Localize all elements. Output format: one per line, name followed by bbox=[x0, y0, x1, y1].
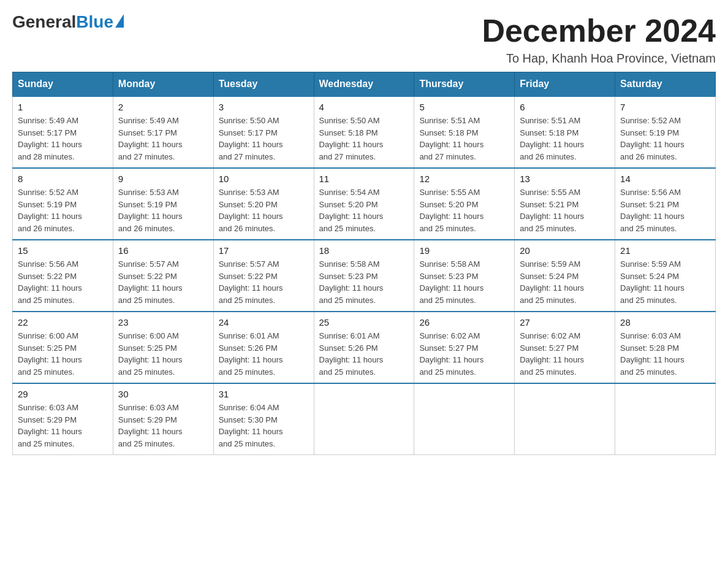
day-info: Sunrise: 6:03 AM Sunset: 5:29 PM Dayligh… bbox=[18, 402, 108, 450]
calendar-day-cell: 20 Sunrise: 5:59 AM Sunset: 5:24 PM Dayl… bbox=[515, 240, 615, 312]
day-info: Sunrise: 5:51 AM Sunset: 5:18 PM Dayligh… bbox=[419, 115, 509, 163]
day-info: Sunrise: 5:56 AM Sunset: 5:22 PM Dayligh… bbox=[18, 258, 108, 306]
day-info: Sunrise: 6:03 AM Sunset: 5:29 PM Dayligh… bbox=[118, 402, 208, 450]
day-info: Sunrise: 5:57 AM Sunset: 5:22 PM Dayligh… bbox=[118, 258, 208, 306]
calendar-header-wednesday: Wednesday bbox=[314, 72, 414, 97]
title-section: December 2024 To Hap, Khanh Hoa Province… bbox=[482, 12, 716, 66]
day-info: Sunrise: 5:51 AM Sunset: 5:18 PM Dayligh… bbox=[520, 115, 610, 163]
logo-triangle-icon bbox=[115, 14, 124, 28]
day-info: Sunrise: 6:00 AM Sunset: 5:25 PM Dayligh… bbox=[18, 330, 108, 378]
day-number: 8 bbox=[18, 174, 108, 184]
page-header: General Blue December 2024 To Hap, Khanh… bbox=[12, 12, 716, 66]
day-number: 5 bbox=[419, 102, 509, 112]
day-info: Sunrise: 6:00 AM Sunset: 5:25 PM Dayligh… bbox=[118, 330, 208, 378]
calendar-week-row: 22 Sunrise: 6:00 AM Sunset: 5:25 PM Dayl… bbox=[13, 312, 716, 383]
day-number: 26 bbox=[419, 317, 509, 327]
day-number: 16 bbox=[118, 245, 208, 256]
calendar-day-cell: 11 Sunrise: 5:54 AM Sunset: 5:20 PM Dayl… bbox=[314, 168, 414, 240]
day-info: Sunrise: 5:54 AM Sunset: 5:20 PM Dayligh… bbox=[319, 186, 409, 234]
day-info: Sunrise: 5:55 AM Sunset: 5:20 PM Dayligh… bbox=[419, 186, 509, 234]
day-info: Sunrise: 5:52 AM Sunset: 5:19 PM Dayligh… bbox=[620, 115, 710, 163]
calendar-day-cell: 8 Sunrise: 5:52 AM Sunset: 5:19 PM Dayli… bbox=[13, 168, 113, 240]
day-number: 25 bbox=[319, 317, 409, 327]
day-info: Sunrise: 6:01 AM Sunset: 5:26 PM Dayligh… bbox=[219, 330, 309, 378]
calendar-day-cell: 29 Sunrise: 6:03 AM Sunset: 5:29 PM Dayl… bbox=[13, 383, 113, 455]
calendar-day-cell: 18 Sunrise: 5:58 AM Sunset: 5:23 PM Dayl… bbox=[314, 240, 414, 312]
calendar-header-row: SundayMondayTuesdayWednesdayThursdayFrid… bbox=[13, 72, 716, 97]
day-info: Sunrise: 5:58 AM Sunset: 5:23 PM Dayligh… bbox=[419, 258, 509, 306]
calendar-day-cell: 2 Sunrise: 5:49 AM Sunset: 5:17 PM Dayli… bbox=[113, 96, 213, 168]
day-number: 29 bbox=[18, 389, 108, 399]
day-number: 9 bbox=[118, 174, 208, 184]
calendar-day-cell bbox=[515, 383, 615, 455]
calendar-day-cell bbox=[314, 383, 414, 455]
day-number: 3 bbox=[219, 102, 309, 112]
day-number: 28 bbox=[620, 317, 710, 327]
day-info: Sunrise: 5:59 AM Sunset: 5:24 PM Dayligh… bbox=[520, 258, 610, 306]
calendar-day-cell: 31 Sunrise: 6:04 AM Sunset: 5:30 PM Dayl… bbox=[213, 383, 314, 455]
day-info: Sunrise: 5:49 AM Sunset: 5:17 PM Dayligh… bbox=[118, 115, 208, 163]
calendar-week-row: 29 Sunrise: 6:03 AM Sunset: 5:29 PM Dayl… bbox=[13, 383, 716, 455]
calendar-header-thursday: Thursday bbox=[414, 72, 515, 97]
logo-blue-part: Blue bbox=[76, 12, 124, 32]
calendar-table: SundayMondayTuesdayWednesdayThursdayFrid… bbox=[12, 72, 716, 455]
day-number: 30 bbox=[118, 389, 208, 399]
calendar-header-sunday: Sunday bbox=[13, 72, 113, 97]
day-number: 23 bbox=[118, 317, 208, 327]
day-info: Sunrise: 5:53 AM Sunset: 5:20 PM Dayligh… bbox=[219, 186, 309, 234]
day-info: Sunrise: 6:02 AM Sunset: 5:27 PM Dayligh… bbox=[520, 330, 610, 378]
calendar-day-cell: 24 Sunrise: 6:01 AM Sunset: 5:26 PM Dayl… bbox=[213, 312, 314, 383]
calendar-day-cell bbox=[615, 383, 716, 455]
calendar-day-cell: 14 Sunrise: 5:56 AM Sunset: 5:21 PM Dayl… bbox=[615, 168, 716, 240]
day-info: Sunrise: 5:57 AM Sunset: 5:22 PM Dayligh… bbox=[219, 258, 309, 306]
day-info: Sunrise: 6:03 AM Sunset: 5:28 PM Dayligh… bbox=[620, 330, 710, 378]
calendar-day-cell: 25 Sunrise: 6:01 AM Sunset: 5:26 PM Dayl… bbox=[314, 312, 414, 383]
day-number: 20 bbox=[520, 245, 610, 256]
month-title: December 2024 bbox=[482, 12, 716, 49]
day-number: 7 bbox=[620, 102, 710, 112]
calendar-day-cell: 26 Sunrise: 6:02 AM Sunset: 5:27 PM Dayl… bbox=[414, 312, 515, 383]
day-info: Sunrise: 5:52 AM Sunset: 5:19 PM Dayligh… bbox=[18, 186, 108, 234]
calendar-day-cell: 10 Sunrise: 5:53 AM Sunset: 5:20 PM Dayl… bbox=[213, 168, 314, 240]
logo: General Blue bbox=[12, 12, 124, 32]
calendar-header-tuesday: Tuesday bbox=[213, 72, 314, 97]
day-info: Sunrise: 5:49 AM Sunset: 5:17 PM Dayligh… bbox=[18, 115, 108, 163]
day-number: 27 bbox=[520, 317, 610, 327]
calendar-day-cell: 5 Sunrise: 5:51 AM Sunset: 5:18 PM Dayli… bbox=[414, 96, 515, 168]
day-info: Sunrise: 5:58 AM Sunset: 5:23 PM Dayligh… bbox=[319, 258, 409, 306]
calendar-day-cell: 1 Sunrise: 5:49 AM Sunset: 5:17 PM Dayli… bbox=[13, 96, 113, 168]
calendar-week-row: 1 Sunrise: 5:49 AM Sunset: 5:17 PM Dayli… bbox=[13, 96, 716, 168]
day-number: 21 bbox=[620, 245, 710, 256]
calendar-day-cell: 17 Sunrise: 5:57 AM Sunset: 5:22 PM Dayl… bbox=[213, 240, 314, 312]
day-info: Sunrise: 5:53 AM Sunset: 5:19 PM Dayligh… bbox=[118, 186, 208, 234]
day-number: 31 bbox=[219, 389, 309, 399]
calendar-day-cell bbox=[414, 383, 515, 455]
calendar-day-cell: 3 Sunrise: 5:50 AM Sunset: 5:17 PM Dayli… bbox=[213, 96, 314, 168]
calendar-day-cell: 12 Sunrise: 5:55 AM Sunset: 5:20 PM Dayl… bbox=[414, 168, 515, 240]
day-number: 2 bbox=[118, 102, 208, 112]
calendar-day-cell: 27 Sunrise: 6:02 AM Sunset: 5:27 PM Dayl… bbox=[515, 312, 615, 383]
calendar-day-cell: 9 Sunrise: 5:53 AM Sunset: 5:19 PM Dayli… bbox=[113, 168, 213, 240]
calendar-day-cell: 19 Sunrise: 5:58 AM Sunset: 5:23 PM Dayl… bbox=[414, 240, 515, 312]
day-info: Sunrise: 5:56 AM Sunset: 5:21 PM Dayligh… bbox=[620, 186, 710, 234]
day-info: Sunrise: 5:50 AM Sunset: 5:17 PM Dayligh… bbox=[219, 115, 309, 163]
day-info: Sunrise: 5:55 AM Sunset: 5:21 PM Dayligh… bbox=[520, 186, 610, 234]
day-number: 15 bbox=[18, 245, 108, 256]
day-info: Sunrise: 6:02 AM Sunset: 5:27 PM Dayligh… bbox=[419, 330, 509, 378]
day-number: 19 bbox=[419, 245, 509, 256]
day-number: 11 bbox=[319, 174, 409, 184]
calendar-day-cell: 16 Sunrise: 5:57 AM Sunset: 5:22 PM Dayl… bbox=[113, 240, 213, 312]
day-number: 10 bbox=[219, 174, 309, 184]
calendar-day-cell: 6 Sunrise: 5:51 AM Sunset: 5:18 PM Dayli… bbox=[515, 96, 615, 168]
day-info: Sunrise: 6:01 AM Sunset: 5:26 PM Dayligh… bbox=[319, 330, 409, 378]
day-number: 6 bbox=[520, 102, 610, 112]
day-number: 1 bbox=[18, 102, 108, 112]
location-subtitle: To Hap, Khanh Hoa Province, Vietnam bbox=[482, 52, 716, 66]
calendar-header-monday: Monday bbox=[113, 72, 213, 97]
logo-general-text: General bbox=[12, 12, 76, 32]
day-number: 13 bbox=[520, 174, 610, 184]
calendar-day-cell: 22 Sunrise: 6:00 AM Sunset: 5:25 PM Dayl… bbox=[13, 312, 113, 383]
calendar-week-row: 15 Sunrise: 5:56 AM Sunset: 5:22 PM Dayl… bbox=[13, 240, 716, 312]
calendar-week-row: 8 Sunrise: 5:52 AM Sunset: 5:19 PM Dayli… bbox=[13, 168, 716, 240]
calendar-header-friday: Friday bbox=[515, 72, 615, 97]
